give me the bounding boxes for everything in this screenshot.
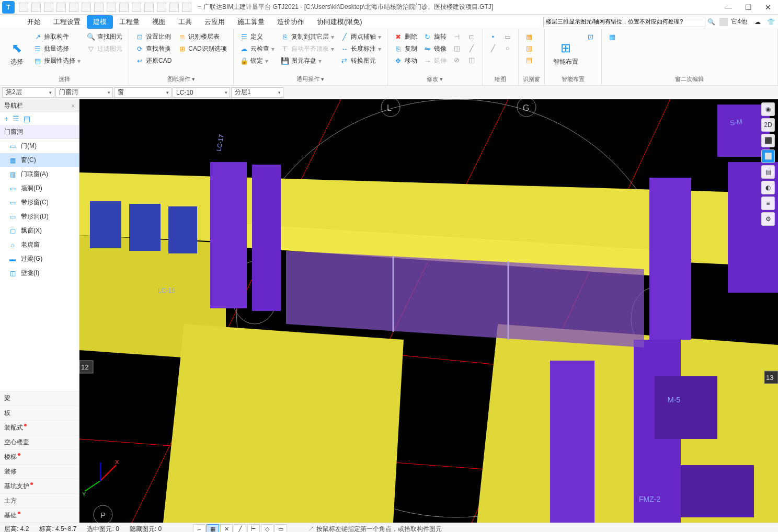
tool-c[interactable]: ◫	[465, 54, 478, 65]
snap-line[interactable]: ╱	[234, 524, 246, 533]
close-button[interactable]: ✕	[760, 2, 776, 13]
compass-icon[interactable]: ◉	[761, 102, 775, 116]
sidebar-item[interactable]: ▥门联窗(A)	[0, 167, 79, 181]
batch-select[interactable]: ☰批量选择	[31, 43, 83, 54]
break[interactable]: ⊘	[451, 54, 463, 65]
rec-c[interactable]: ▤	[523, 54, 535, 65]
smart-layout[interactable]: ⊞ 智能布置	[549, 31, 582, 74]
snap-near[interactable]: ◇	[261, 524, 273, 533]
user-info[interactable]: 它4他	[719, 17, 747, 26]
sidebar-item[interactable]: ▭墙洞(D)	[0, 181, 79, 195]
sidebar-item[interactable]: ▬过梁(G)	[0, 252, 79, 266]
rec-a[interactable]: ▦	[523, 31, 535, 42]
menu-collaborate[interactable]: 协同建模(限免)	[311, 15, 369, 29]
menu-cloud[interactable]: 云应用	[198, 15, 231, 29]
sidebar-category[interactable]: 空心楼盖	[0, 435, 79, 449]
filter-element[interactable]: ▽过滤图元	[85, 43, 124, 54]
select-tool[interactable]: ⬉ 选择	[4, 31, 29, 74]
minimize-button[interactable]: —	[720, 2, 736, 13]
sidebar-category[interactable]: 基坑支护	[0, 479, 79, 493]
convert-element[interactable]: ⇄转换图元	[338, 55, 383, 66]
snap-ext[interactable]: ⊢	[247, 524, 260, 533]
circ[interactable]: ○	[501, 43, 514, 53]
qat-btn[interactable]	[182, 3, 191, 12]
length-label[interactable]: ↔长度标注 ▾	[338, 43, 383, 54]
select-by-property[interactable]: ▤按属性选择 ▾	[31, 55, 83, 66]
qat-btn[interactable]	[69, 3, 78, 12]
qat-btn[interactable]	[82, 3, 91, 12]
tool-a[interactable]: ⊏	[465, 31, 478, 42]
qat-btn[interactable]	[157, 3, 166, 12]
mirror[interactable]: ⇋镜像	[421, 43, 449, 54]
sidebar-category[interactable]: 装修	[0, 464, 79, 479]
edit2-a[interactable]: ▦	[606, 31, 619, 42]
add-icon[interactable]: +	[4, 114, 8, 123]
qat-btn[interactable]	[94, 3, 104, 12]
tree-icon[interactable]: ▤	[24, 114, 30, 123]
tool-b[interactable]: ╱	[465, 43, 478, 53]
dyn-view[interactable]: ◐	[761, 181, 775, 194]
layers-view[interactable]: ≡	[761, 196, 775, 210]
sidebar-item[interactable]: ▢飘窗(X)	[0, 224, 79, 238]
menu-modeling[interactable]: 建模	[87, 15, 113, 29]
sidebar-category[interactable]: 板	[0, 406, 79, 420]
pick-component[interactable]: ↗拾取构件	[31, 31, 83, 42]
sidebar-category[interactable]: 基础	[0, 508, 79, 523]
trim[interactable]: ⊣	[451, 31, 463, 42]
recover-cad[interactable]: ↩还原CAD	[133, 55, 174, 66]
qat-btn[interactable]	[132, 3, 141, 12]
define[interactable]: ☰定义	[238, 31, 277, 42]
line[interactable]: ╱	[487, 43, 499, 53]
component-dropdown[interactable]: 窗	[114, 87, 171, 98]
section-view[interactable]: ▤	[761, 165, 775, 179]
two-point-axis[interactable]: ╱两点辅轴 ▾	[338, 31, 383, 42]
cloud-check[interactable]: ☁云检查 ▾	[238, 43, 277, 54]
element-save[interactable]: 💾图元存盘 ▾	[279, 55, 336, 66]
snap-rect[interactable]: ▭	[274, 524, 287, 533]
iso-view[interactable]: ⬛	[761, 134, 775, 147]
sidebar-item[interactable]: ⌂老虎窗	[0, 238, 79, 252]
find-element[interactable]: 🔍查找图元	[85, 31, 124, 42]
move[interactable]: ✥移动	[392, 55, 419, 66]
delete[interactable]: ✖删除	[392, 31, 419, 42]
layer-dropdown[interactable]: 分层1	[231, 87, 283, 98]
sidebar-item[interactable]: ◫壁龛(I)	[0, 266, 79, 280]
sidebar-item[interactable]: ▭带形窗(C)	[0, 195, 79, 210]
copy[interactable]: ⎘复制	[392, 43, 419, 54]
skin-icon[interactable]: 👕	[767, 18, 775, 26]
settings-view[interactable]: ⚙	[761, 212, 775, 226]
snap-cross[interactable]: ✕	[220, 524, 233, 533]
qat-btn[interactable]	[44, 3, 53, 12]
point[interactable]: •	[487, 31, 499, 42]
rect[interactable]: ▭	[501, 31, 514, 42]
sidebar-item[interactable]: ▭带形洞(D)	[0, 210, 79, 224]
cad-options[interactable]: ⊞CAD识别选项	[176, 43, 228, 54]
sidebar-category[interactable]: 土方	[0, 493, 79, 508]
qat-btn[interactable]	[31, 3, 41, 12]
lock[interactable]: 🔒锁定 ▾	[238, 55, 277, 66]
sidebar-category[interactable]: 梁	[0, 391, 79, 406]
sidebar-category[interactable]: 楼梯	[0, 449, 79, 464]
rec-b[interactable]: ▥	[523, 43, 535, 53]
snap-grid[interactable]: ▦	[207, 524, 219, 533]
search-icon[interactable]: 🔍	[707, 18, 715, 26]
sidebar-category[interactable]: 装配式	[0, 420, 79, 435]
extend[interactable]: →延伸	[421, 55, 449, 66]
maximize-button[interactable]: ☐	[740, 2, 756, 13]
copy-to-layer[interactable]: ⎘复制到其它层 ▾	[279, 31, 336, 42]
list-icon[interactable]: ☰	[13, 114, 19, 123]
auto-align[interactable]: ⊤自动平齐顶板 ▾	[279, 43, 336, 54]
qat-btn[interactable]	[144, 3, 154, 12]
qat-btn[interactable]	[169, 3, 179, 12]
3d-viewport[interactable]: L G 12 13 P M-5 FMZ-2 S-M LC-15 LC-17 X …	[79, 99, 778, 523]
3d-view[interactable]: ⬜	[761, 149, 775, 163]
category-dropdown[interactable]: 门窗洞	[55, 87, 113, 98]
menu-view[interactable]: 视图	[146, 15, 172, 29]
offset[interactable]: ◫	[451, 43, 463, 53]
find-replace[interactable]: ⟳查找替换	[133, 43, 174, 54]
close-icon[interactable]: ×	[71, 102, 75, 110]
menu-tools[interactable]: 工具	[172, 15, 198, 29]
menu-pricing[interactable]: 造价协作	[271, 15, 311, 29]
2d-view[interactable]: 2D	[761, 118, 775, 132]
sidebar-item[interactable]: ▭门(M)	[0, 139, 79, 153]
